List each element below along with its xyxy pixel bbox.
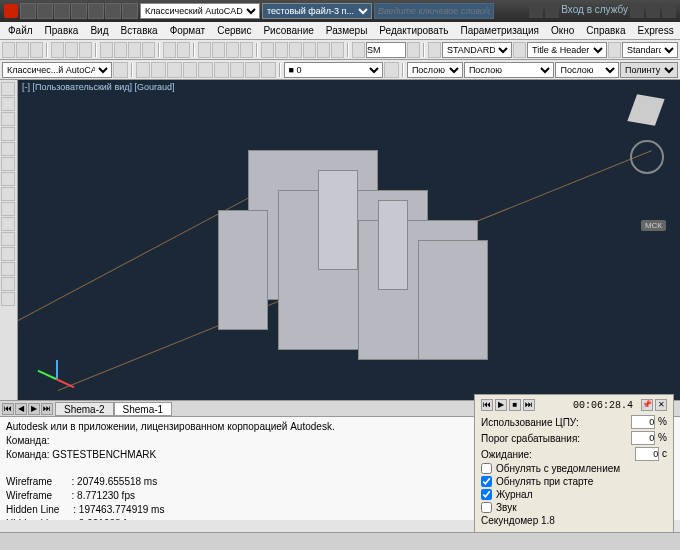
menu-insert[interactable]: Вставка: [114, 23, 163, 38]
spline-icon[interactable]: [1, 262, 15, 276]
menu-express[interactable]: Express: [632, 23, 680, 38]
ws-gear-icon[interactable]: [113, 62, 128, 78]
layer-icon[interactable]: [136, 62, 151, 78]
tool-dim-icon[interactable]: [428, 42, 441, 58]
region-icon[interactable]: [1, 232, 15, 246]
qat-redo-icon[interactable]: [122, 3, 138, 19]
color-dropdown[interactable]: Послою: [407, 62, 463, 78]
point-icon[interactable]: [1, 187, 15, 201]
file-dropdown[interactable]: тестовый файл-3 п...: [262, 3, 372, 19]
thr-input[interactable]: [631, 431, 655, 445]
chk-notify[interactable]: [481, 463, 492, 474]
viewport-label[interactable]: [-] [Пользовательский вид] [Gouraud]: [22, 82, 174, 92]
ray-icon[interactable]: [1, 292, 15, 306]
menu-help[interactable]: Справка: [580, 23, 631, 38]
layer9-icon[interactable]: [261, 62, 276, 78]
sw-prev-icon[interactable]: ⏮: [481, 399, 493, 411]
layer7-icon[interactable]: [230, 62, 245, 78]
layer6-icon[interactable]: [214, 62, 229, 78]
layer2-icon[interactable]: [151, 62, 166, 78]
qat-saveas-icon[interactable]: [71, 3, 87, 19]
qat-open-icon[interactable]: [37, 3, 53, 19]
tool-dc-icon[interactable]: [275, 42, 288, 58]
workspace-dropdown[interactable]: Классический AutoCAD: [140, 3, 260, 19]
login-link[interactable]: Вход в службу: [561, 4, 628, 18]
lineweight-dropdown[interactable]: Послою: [555, 62, 618, 78]
block-icon[interactable]: [1, 247, 15, 261]
tool-props-icon[interactable]: [261, 42, 274, 58]
text-icon[interactable]: [1, 202, 15, 216]
tool-publish-icon[interactable]: [79, 42, 92, 58]
tool-play-icon[interactable]: [407, 42, 420, 58]
tool-calc-icon[interactable]: [331, 42, 344, 58]
wcs-label[interactable]: МСК: [641, 220, 666, 231]
line-icon[interactable]: [1, 82, 15, 96]
sw-close-icon[interactable]: ✕: [655, 399, 667, 411]
chk-sound[interactable]: [481, 502, 492, 513]
menu-parametric[interactable]: Параметризация: [454, 23, 545, 38]
workspace-combo[interactable]: Классичес...й AutoCAD: [2, 62, 112, 78]
tab-shema1[interactable]: Shema-1: [114, 402, 173, 416]
tool-print-icon[interactable]: [51, 42, 64, 58]
viewport[interactable]: [-] [Пользовательский вид] [Gouraud] МСК: [18, 80, 680, 400]
layer5-icon[interactable]: [198, 62, 213, 78]
tool-a-icon[interactable]: [352, 42, 365, 58]
nav-wheel[interactable]: [630, 140, 664, 174]
sw-stop-icon[interactable]: ■: [509, 399, 521, 411]
menu-file[interactable]: Файл: [2, 23, 39, 38]
menu-tools[interactable]: Сервис: [211, 23, 257, 38]
qat-undo-icon[interactable]: [105, 3, 121, 19]
search-input[interactable]: [374, 3, 494, 19]
tool-redo-icon[interactable]: [177, 42, 190, 58]
linetype-dropdown[interactable]: Послою: [464, 62, 555, 78]
layer-dropdown[interactable]: ■ 0: [284, 62, 384, 78]
tab-shema2[interactable]: Shema-2: [55, 402, 114, 416]
menu-edit[interactable]: Правка: [39, 23, 85, 38]
exchange-icon[interactable]: [630, 4, 644, 18]
menu-format[interactable]: Формат: [164, 23, 212, 38]
help-icon[interactable]: [646, 4, 660, 18]
search-icon[interactable]: [529, 4, 543, 18]
tool-match-icon[interactable]: [142, 42, 155, 58]
qat-save-icon[interactable]: [54, 3, 70, 19]
tool-new-icon[interactable]: [2, 42, 15, 58]
tool-dim2-icon[interactable]: [513, 42, 526, 58]
rect-icon[interactable]: [1, 142, 15, 156]
tool-text-icon[interactable]: [608, 42, 621, 58]
group-input[interactable]: [366, 42, 406, 58]
layer3-icon[interactable]: [167, 62, 182, 78]
minimize-icon[interactable]: [662, 4, 676, 18]
tool-copy-icon[interactable]: [114, 42, 127, 58]
plotstyle-dropdown[interactable]: Полинту: [620, 62, 678, 78]
qat-print-icon[interactable]: [88, 3, 104, 19]
tool-open-icon[interactable]: [16, 42, 29, 58]
tool-pan-icon[interactable]: [198, 42, 211, 58]
app-logo[interactable]: [4, 4, 18, 18]
layer4-icon[interactable]: [183, 62, 198, 78]
menu-dimension[interactable]: Размеры: [320, 23, 374, 38]
qat-new-icon[interactable]: [20, 3, 36, 19]
menu-modify[interactable]: Редактировать: [373, 23, 454, 38]
menu-view[interactable]: Вид: [84, 23, 114, 38]
tool-paste-icon[interactable]: [128, 42, 141, 58]
tool-preview-icon[interactable]: [65, 42, 78, 58]
ellipse-icon[interactable]: [1, 157, 15, 171]
pline-icon[interactable]: [1, 97, 15, 111]
xline-icon[interactable]: [1, 277, 15, 291]
dimstyle-dropdown[interactable]: STANDARD: [442, 42, 512, 58]
menu-window[interactable]: Окно: [545, 23, 580, 38]
menu-draw[interactable]: Рисование: [257, 23, 319, 38]
tab-prev-icon[interactable]: ◀: [15, 403, 27, 415]
arc-icon[interactable]: [1, 127, 15, 141]
tool-zoomprev-icon[interactable]: [240, 42, 253, 58]
layer8-icon[interactable]: [245, 62, 260, 78]
tool-cut-icon[interactable]: [100, 42, 113, 58]
chk-reset-start[interactable]: [481, 476, 492, 487]
tab-next-icon[interactable]: ▶: [28, 403, 40, 415]
layerstate-icon[interactable]: [384, 62, 399, 78]
textstyle-dropdown[interactable]: Standard: [622, 42, 678, 58]
tool-zoom-icon[interactable]: [212, 42, 225, 58]
tab-last-icon[interactable]: ⏭: [41, 403, 53, 415]
chk-journal[interactable]: [481, 489, 492, 500]
table-icon[interactable]: [1, 217, 15, 231]
